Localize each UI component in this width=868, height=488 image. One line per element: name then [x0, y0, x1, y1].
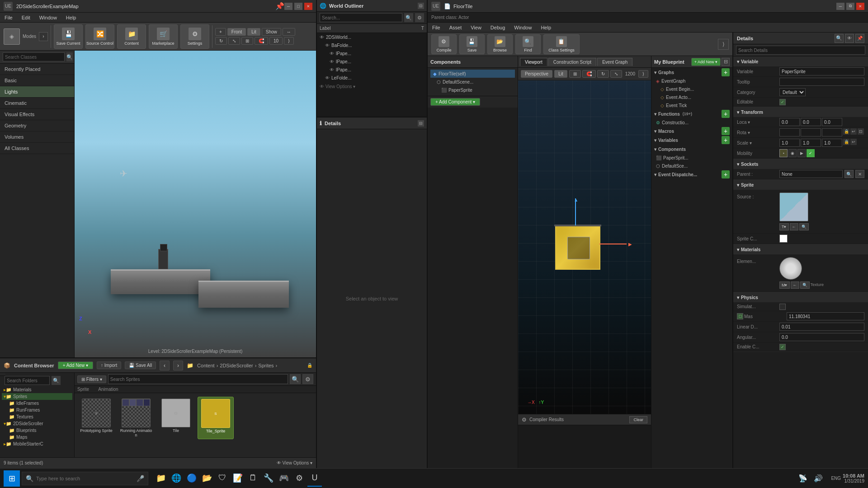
- sidebar-item-geometry[interactable]: Geometry: [0, 120, 74, 131]
- rot-y-input[interactable]: [801, 128, 821, 136]
- settings-btn[interactable]: ⚙ Settings: [180, 24, 209, 49]
- outliner-search-input[interactable]: [320, 13, 402, 22]
- bp-components-header[interactable]: ▾ Components: [651, 145, 732, 154]
- mob-static[interactable]: ▪: [779, 149, 788, 157]
- bp-event-begin[interactable]: ◇ Event Begin...: [651, 85, 732, 93]
- asset-tile-sprite[interactable]: S Tile_Sprite: [198, 397, 234, 439]
- sidebar-item-all-classes[interactable]: All Classes: [0, 143, 74, 154]
- vp-expand-r[interactable]: ⟩: [638, 70, 648, 78]
- loc-z-input[interactable]: [822, 118, 842, 126]
- asset-running[interactable]: Running Animation: [118, 397, 154, 439]
- variable-section-header[interactable]: ▾ Variable: [733, 56, 868, 66]
- tab-construction[interactable]: Construction Script: [548, 58, 596, 66]
- folder-item-sprites[interactable]: ▾📁 Sprites: [2, 393, 72, 400]
- vp-show-btn[interactable]: Show: [262, 28, 281, 36]
- components-self-item[interactable]: ◆ FloorTile(self): [430, 70, 515, 78]
- components-default-scene[interactable]: ⬡ DefaultScene...: [430, 78, 515, 86]
- loc-y-input[interactable]: [801, 118, 821, 126]
- folder-item-run[interactable]: 📁 RunFrames: [2, 407, 72, 413]
- outliner-item-lpaper2[interactable]: 👁 lPape...: [317, 57, 427, 66]
- bp-macros-header[interactable]: ▾ Macros +: [651, 127, 732, 136]
- maximize-btn-left[interactable]: □: [294, 3, 302, 10]
- browse-btn[interactable]: 📂 Browse: [487, 34, 513, 54]
- vp-snap-r[interactable]: 🧲: [582, 70, 596, 78]
- view-options-label[interactable]: 👁 View Options ▾: [277, 460, 312, 465]
- vp-grid-r[interactable]: ⊞: [569, 70, 581, 78]
- import-btn[interactable]: ↑ Import: [97, 361, 121, 369]
- close-btn-left[interactable]: ✕: [304, 3, 312, 10]
- scale-y-input[interactable]: [801, 139, 821, 147]
- search-classes-btn[interactable]: 🔍: [66, 52, 73, 61]
- prop-editable-checkbox[interactable]: ✓: [779, 99, 786, 105]
- task-app9[interactable]: 🎮: [277, 470, 291, 487]
- bp-paper-sprite[interactable]: ⬛ PaperSprit...: [651, 154, 732, 162]
- transform-section-header[interactable]: ▾ Transform: [733, 107, 868, 117]
- mob-movable[interactable]: ▶: [797, 149, 806, 157]
- prop-variable-input[interactable]: [779, 67, 864, 75]
- folder-item-materials[interactable]: ▸📁 Materials: [2, 386, 72, 393]
- folder-item-idle[interactable]: 📁 IdleFrames: [2, 400, 72, 407]
- sprite-color-swatch[interactable]: [779, 235, 788, 243]
- assets-search-btn[interactable]: 🔍: [290, 374, 301, 384]
- task-app8[interactable]: 🔧: [261, 470, 276, 487]
- bp-functions-add-btn[interactable]: +: [722, 110, 730, 118]
- save-current-btn[interactable]: 💾 Save Current: [54, 24, 83, 49]
- gravity-checkbox[interactable]: ✓: [779, 344, 786, 350]
- task-file-explorer[interactable]: 📁: [154, 470, 168, 487]
- asset-tile[interactable]: □ Tile: [158, 397, 194, 439]
- tab-viewport[interactable]: Viewport: [520, 58, 547, 66]
- bp-graphs-header[interactable]: ▾ Graphs +: [651, 68, 732, 77]
- asset-prototyping[interactable]: S Prototyping Sprite: [78, 397, 114, 439]
- sprite-type-btn[interactable]: T▾: [779, 223, 789, 230]
- prop-angular-input[interactable]: [779, 333, 864, 341]
- folder-item-2dss[interactable]: ▾📁 2DSideScroller: [2, 420, 72, 427]
- details-pin-btn[interactable]: 📌: [855, 34, 864, 43]
- details-search-input[interactable]: [736, 46, 865, 55]
- vp-rotate-btn[interactable]: ↻: [215, 37, 227, 45]
- bp-event-actor[interactable]: ◇ Event Acto...: [651, 93, 732, 101]
- material-thumb[interactable]: [779, 257, 802, 280]
- mass-override-checkbox[interactable]: ☐: [737, 313, 743, 319]
- taskbar-search-input[interactable]: [36, 476, 134, 481]
- menu-window-r[interactable]: Window: [512, 24, 533, 31]
- bc-expand[interactable]: ›: [276, 363, 278, 368]
- loc-x-input[interactable]: [779, 118, 800, 126]
- details-collapse-btn[interactable]: ⊟: [418, 120, 424, 127]
- rot-x-input[interactable]: [779, 128, 800, 136]
- collapse-panels-btn[interactable]: ⟩: [718, 39, 729, 50]
- details-search-btn[interactable]: 🔍: [835, 34, 844, 43]
- filters-btn[interactable]: ⊞ Filters ▾: [77, 375, 106, 383]
- task-ue4[interactable]: U: [307, 470, 322, 487]
- rot-lock-btn[interactable]: 🔒: [843, 128, 849, 135]
- compile-btn[interactable]: ⚙ Compile: [431, 34, 457, 54]
- menu-help[interactable]: Help: [64, 14, 78, 21]
- mat-left-btn[interactable]: ←: [791, 282, 799, 289]
- task-app5[interactable]: 🛡: [215, 470, 230, 487]
- bp-dispatch-add-btn[interactable]: +: [722, 170, 730, 178]
- task-ie[interactable]: 🌐: [169, 470, 184, 487]
- sprite-right-btn[interactable]: 🔍: [799, 223, 809, 230]
- class-settings-btn[interactable]: 📋 Class Settings: [543, 34, 580, 54]
- bp-event-tick[interactable]: ◇ Event Tick: [651, 101, 732, 109]
- content-btn[interactable]: 📁 Content: [117, 24, 146, 49]
- scale-lock-btn[interactable]: 🔒: [843, 139, 849, 145]
- viewport-3d[interactable]: ▲ ▶ →X ↑Y: [518, 80, 651, 414]
- close-btn-right[interactable]: ✕: [856, 3, 864, 10]
- vp-scale-r[interactable]: ⤡: [610, 70, 622, 78]
- prop-tooltip-input[interactable]: [779, 78, 864, 86]
- add-new-btn[interactable]: + Add New ▾: [58, 361, 93, 369]
- bp-macros-add-btn[interactable]: +: [722, 127, 730, 135]
- sidebar-item-basic[interactable]: Basic: [0, 75, 74, 86]
- assets-search-input[interactable]: [108, 374, 288, 384]
- prop-mass-input[interactable]: [787, 312, 864, 320]
- rot-reset-btn[interactable]: ↩: [850, 128, 857, 135]
- task-volume[interactable]: 🔊: [811, 470, 826, 487]
- minimize-btn-right[interactable]: ─: [836, 3, 844, 10]
- task-app6[interactable]: 📝: [231, 470, 245, 487]
- vp-rotate-r[interactable]: ↻: [597, 70, 609, 78]
- folder-item-maps[interactable]: 📁 Maps: [2, 434, 72, 441]
- left-viewport[interactable]: X Z ✈ Level: 2DSideScrollerExampleMap (P…: [75, 51, 316, 357]
- vp-scale-btn[interactable]: ⤡: [228, 37, 240, 45]
- scale-z-input[interactable]: [822, 139, 842, 147]
- sprite-left-btn[interactable]: ←: [790, 223, 798, 230]
